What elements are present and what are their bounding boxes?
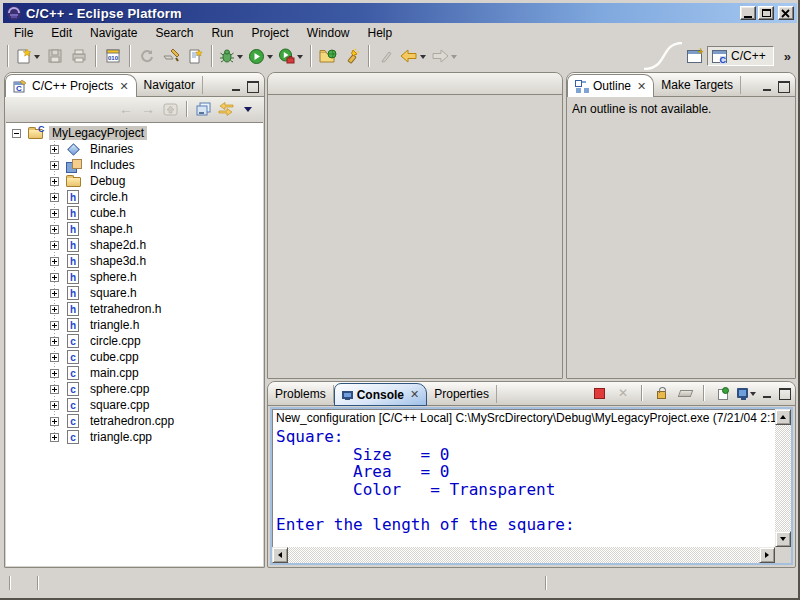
tree-item[interactable]: cube.cpp (6, 349, 263, 365)
build-console-button[interactable] (159, 44, 183, 68)
tree-item[interactable]: triangle.h (6, 317, 263, 333)
tree-item[interactable]: Debug (6, 173, 263, 189)
external-tools-dropdown-icon[interactable] (297, 55, 303, 62)
scrollbar-track[interactable] (288, 547, 759, 563)
expand-icon[interactable] (50, 257, 59, 266)
tree-item-label[interactable]: main.cpp (87, 366, 142, 380)
tree-item-label[interactable]: tetrahedron.h (87, 302, 164, 316)
new-dropdown-icon[interactable] (34, 55, 40, 62)
tree-item[interactable]: Binaries (6, 141, 263, 157)
expand-icon[interactable] (50, 225, 59, 234)
back-button[interactable] (398, 44, 429, 68)
editor-area[interactable] (267, 72, 563, 379)
expand-icon[interactable] (50, 145, 59, 154)
horizontal-scrollbar[interactable] (272, 547, 775, 563)
tree-item[interactable]: shape3d.h (6, 253, 263, 269)
forward-nav-icon[interactable]: → (138, 99, 158, 119)
search-button[interactable] (340, 44, 364, 68)
menu-project[interactable]: Project (242, 24, 297, 42)
expand-icon[interactable] (50, 241, 59, 250)
expand-icon[interactable] (50, 273, 59, 282)
tab-navigator[interactable]: Navigator (137, 76, 203, 94)
maximize-view-icon[interactable] (777, 81, 790, 92)
scroll-lock-button[interactable] (651, 384, 671, 402)
expand-icon[interactable] (50, 337, 59, 346)
terminate-button[interactable] (589, 384, 609, 402)
maximize-view-icon[interactable] (778, 388, 791, 399)
tab-properties[interactable]: Properties (427, 385, 497, 403)
tab-outline[interactable]: Outline ✕ (567, 74, 654, 97)
scroll-up-icon[interactable] (775, 409, 791, 425)
scrollbar-track[interactable] (775, 425, 791, 531)
perspective-cpp-button[interactable]: C/C++ (707, 46, 774, 66)
tree-item-label[interactable]: shape2d.h (87, 238, 149, 252)
expand-icon[interactable] (50, 209, 59, 218)
menu-edit[interactable]: Edit (42, 24, 81, 42)
build-wizard-button[interactable] (183, 44, 207, 68)
last-edit-location-button[interactable] (374, 44, 398, 68)
menu-navigate[interactable]: Navigate (81, 24, 146, 42)
tree-item-label[interactable]: Binaries (87, 142, 136, 156)
minimize-view-icon[interactable] (761, 388, 774, 399)
back-dropdown-icon[interactable] (420, 55, 426, 62)
menu-window[interactable]: Window (298, 24, 359, 42)
tree-item-label[interactable]: circle.h (87, 190, 131, 204)
close-icon[interactable]: ✕ (117, 80, 128, 93)
new-wizard-button[interactable] (13, 44, 43, 68)
collapse-all-icon[interactable] (194, 99, 214, 119)
tree-item-label[interactable]: cube.h (87, 206, 129, 220)
scroll-left-icon[interactable] (272, 547, 288, 563)
expand-icon[interactable] (50, 161, 59, 170)
tree-item[interactable]: sphere.h (6, 269, 263, 285)
tree-item-label[interactable]: square.cpp (87, 398, 152, 412)
close-icon[interactable]: ✕ (408, 388, 419, 401)
up-nav-icon[interactable] (160, 99, 180, 119)
console-output[interactable]: New_configuration [C/C++ Local] C:\MySrc… (272, 409, 775, 547)
forward-dropdown-icon[interactable] (451, 55, 457, 62)
tab-cpp-projects[interactable]: C C/C++ Projects ✕ (5, 74, 137, 97)
tree-item[interactable]: shape2d.h (6, 237, 263, 253)
minimize-window-icon[interactable] (740, 6, 756, 20)
close-icon[interactable]: ✕ (635, 80, 646, 93)
scroll-down-icon[interactable] (775, 531, 791, 547)
expand-icon[interactable] (50, 177, 59, 186)
binary-content-button[interactable]: 010 (101, 44, 125, 68)
scroll-right-icon[interactable] (759, 547, 775, 563)
debug-button[interactable] (217, 44, 246, 68)
expand-icon[interactable] (50, 321, 59, 330)
tree-item[interactable]: square.cpp (6, 397, 263, 413)
open-perspective-button[interactable] (684, 46, 704, 66)
tree-item-label[interactable]: MyLegacyProject (49, 126, 147, 140)
project-tree[interactable]: MyLegacyProject Binaries Includes Debug … (6, 122, 263, 566)
close-window-icon[interactable] (778, 6, 794, 20)
maximize-view-icon[interactable] (246, 81, 259, 92)
menu-file[interactable]: File (5, 24, 42, 42)
open-console-dropdown-icon[interactable] (750, 392, 756, 399)
expand-icon[interactable] (50, 193, 59, 202)
expand-icon[interactable] (50, 305, 59, 314)
maximize-window-icon[interactable] (758, 6, 774, 20)
toolbar-overflow-chevron[interactable]: » (774, 49, 797, 64)
tree-item[interactable]: tetrahedron.cpp (6, 413, 263, 429)
print-button[interactable] (67, 44, 91, 68)
tree-item-label[interactable]: shape3d.h (87, 254, 149, 268)
run-dropdown-icon[interactable] (267, 55, 273, 62)
forward-button[interactable] (429, 44, 460, 68)
tree-item-label[interactable]: sphere.cpp (87, 382, 152, 396)
tree-item-label[interactable]: Debug (87, 174, 128, 188)
run-button[interactable] (246, 44, 276, 68)
remove-launch-button[interactable]: ✕ (613, 384, 633, 402)
expand-icon[interactable] (50, 433, 59, 442)
collapse-expander-icon[interactable] (12, 129, 21, 138)
tree-item-label[interactable]: triangle.cpp (87, 430, 155, 444)
expand-icon[interactable] (50, 385, 59, 394)
tree-item-label[interactable]: Includes (87, 158, 138, 172)
back-nav-icon[interactable]: ← (116, 99, 136, 119)
open-project-button[interactable] (316, 44, 340, 68)
tree-item-label[interactable]: cube.cpp (87, 350, 142, 364)
tree-item-label[interactable]: shape.h (87, 222, 136, 236)
clear-console-button[interactable] (675, 384, 695, 402)
tab-make-targets[interactable]: Make Targets (654, 76, 741, 94)
tree-item-label[interactable]: triangle.h (87, 318, 142, 332)
tree-item[interactable]: shape.h (6, 221, 263, 237)
